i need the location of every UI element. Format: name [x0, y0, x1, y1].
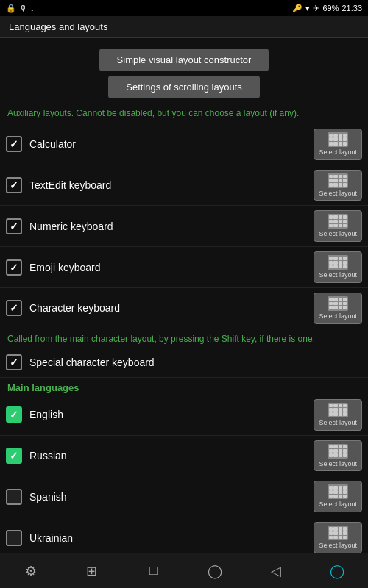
- item-label: Ukrainian: [29, 532, 73, 544]
- list-item-left: ✓Character keyboard: [6, 300, 314, 316]
- list-item: ✓EnglishSelect layout: [0, 395, 368, 436]
- keyboard-icon: [328, 403, 348, 417]
- signal-icon: ▾: [305, 4, 310, 13]
- status-left-icons: 🔒 🎙 ↓: [6, 4, 35, 13]
- settings-nav-button[interactable]: ⚙: [16, 556, 46, 586]
- select-layout-label: Select layout: [319, 190, 357, 198]
- keyboard-icon: [328, 526, 348, 540]
- keyboard-icon: [328, 214, 348, 229]
- item-label: Character keyboard: [29, 302, 120, 314]
- checkmark-icon: ✓: [10, 139, 18, 149]
- simple-visual-button[interactable]: Simple visual layout constructor: [99, 49, 269, 71]
- square-nav-button[interactable]: □: [138, 556, 168, 586]
- checkbox-checked-green[interactable]: ✓: [6, 406, 22, 423]
- select-layout-button[interactable]: Select layout: [314, 399, 362, 431]
- list-item-left: Ukrainian: [6, 530, 314, 546]
- list-item: SpanishSelect layout: [0, 476, 368, 517]
- list-item: UkrainianSelect layout: [0, 517, 368, 553]
- select-layout-button[interactable]: Select layout: [314, 522, 362, 553]
- back-nav-button[interactable]: ◁: [261, 556, 291, 586]
- battery-icon: 69%: [322, 4, 339, 12]
- checkbox-checked-green[interactable]: ✓: [6, 448, 22, 464]
- main-languages-header: Main languages: [0, 378, 368, 395]
- list-item: ✓RussianSelect layout: [0, 436, 368, 477]
- checkmark-icon: ✓: [10, 451, 18, 461]
- list-item: ✓TextEdit keyboardSelect layout: [0, 165, 368, 207]
- key-icon: 🔑: [292, 4, 302, 13]
- main-languages-list: ✓EnglishSelect layout✓RussianSelect layo…: [0, 395, 368, 553]
- checkbox-checked[interactable]: ✓: [6, 218, 22, 234]
- select-layout-button[interactable]: Select layout: [314, 293, 362, 324]
- item-label: English: [29, 409, 63, 420]
- list-item-left: ✓TextEdit keyboard: [6, 177, 314, 193]
- item-label: Numeric keyboard: [29, 220, 113, 232]
- status-bar: 🔒 🎙 ↓ 🔑 ▾ ✈ 69% 21:33: [0, 0, 368, 16]
- checkbox-checked[interactable]: ✓: [6, 300, 22, 316]
- item-label: Spanish: [29, 491, 67, 503]
- checkmark-icon: ✓: [10, 221, 18, 232]
- checkmark-icon: ✓: [10, 357, 18, 368]
- select-layout-button[interactable]: Select layout: [314, 129, 362, 160]
- item-label: Emoji keyboard: [29, 262, 101, 273]
- select-layout-button[interactable]: Select layout: [314, 251, 362, 283]
- list-item: ✓Numeric keyboardSelect layout: [0, 206, 368, 247]
- assistant-nav-button[interactable]: ◯: [322, 556, 352, 586]
- select-layout-button[interactable]: Select layout: [314, 170, 362, 201]
- auxiliary-notice: Auxiliary layouts. Cannot be disabled, b…: [0, 103, 368, 124]
- select-layout-button[interactable]: Select layout: [314, 210, 362, 242]
- arrow-icon: ↓: [30, 4, 35, 12]
- circle-nav-button[interactable]: ◯: [200, 556, 230, 586]
- keyboard-icon: [328, 132, 348, 147]
- list-item-left: ✓English: [6, 406, 314, 423]
- list-item-left: ✓Numeric keyboard: [6, 218, 314, 234]
- bottom-nav: ⚙ ⊞ □ ◯ ◁ ◯: [0, 553, 368, 588]
- list-item: ✓CalculatorSelect layout: [0, 124, 368, 165]
- status-right-icons: 🔑 ▾ ✈ 69% 21:33: [292, 4, 362, 13]
- list-item: ✓Emoji keyboardSelect layout: [0, 247, 368, 288]
- page-title: Languages and layouts: [9, 21, 107, 32]
- item-label: Russian: [29, 450, 67, 462]
- keyboard-icon: [328, 444, 348, 459]
- select-layout-label: Select layout: [319, 542, 357, 550]
- list-item-left: Spanish: [6, 489, 314, 505]
- special-layouts-list: ✓Special character keyboard: [0, 348, 368, 378]
- checkmark-icon: ✓: [10, 409, 18, 420]
- scrolling-settings-btn-row: Settings of scrolling layouts: [0, 76, 368, 98]
- item-label: TextEdit keyboard: [29, 179, 111, 191]
- select-layout-label: Select layout: [319, 312, 357, 320]
- list-item: ✓Special character keyboard: [0, 348, 368, 378]
- select-layout-label: Select layout: [319, 501, 357, 509]
- camera-icon: 🎙: [19, 4, 27, 12]
- checkbox-checked[interactable]: ✓: [6, 354, 22, 370]
- list-item: ✓Character keyboardSelect layout: [0, 288, 368, 329]
- keyboard-icon: [328, 296, 348, 311]
- select-layout-label: Select layout: [319, 271, 357, 279]
- checkbox-unchecked[interactable]: [6, 530, 22, 546]
- item-label: Calculator: [29, 138, 76, 150]
- title-bar: Languages and layouts: [0, 16, 368, 38]
- time-display: 21:33: [342, 4, 362, 12]
- checkbox-checked[interactable]: ✓: [6, 259, 22, 276]
- select-layout-button[interactable]: Select layout: [314, 440, 362, 472]
- list-item-left: ✓Emoji keyboard: [6, 259, 314, 276]
- list-item-left: ✓Calculator: [6, 136, 314, 152]
- checkbox-checked[interactable]: ✓: [6, 177, 22, 193]
- settings-scrolling-button[interactable]: Settings of scrolling layouts: [108, 76, 260, 98]
- select-layout-label: Select layout: [319, 148, 357, 157]
- called-from-notice: Called from the main character layout, b…: [0, 329, 368, 348]
- airplane-icon: ✈: [313, 4, 319, 13]
- checkmark-icon: ✓: [10, 262, 18, 273]
- main-content: Simple visual layout constructor Setting…: [0, 38, 368, 553]
- select-layout-button[interactable]: Select layout: [314, 481, 362, 512]
- select-layout-label: Select layout: [319, 419, 357, 427]
- keyboard-icon: [328, 255, 348, 270]
- checkbox-checked[interactable]: ✓: [6, 136, 22, 152]
- simple-visual-btn-row: Simple visual layout constructor: [0, 49, 368, 71]
- checkbox-unchecked[interactable]: [6, 489, 22, 505]
- checkmark-icon: ✓: [10, 180, 18, 190]
- list-item-left: ✓Russian: [6, 448, 314, 464]
- layout-nav-button[interactable]: ⊞: [77, 556, 107, 586]
- checkmark-icon: ✓: [10, 303, 18, 313]
- list-item-left: ✓Special character keyboard: [6, 354, 362, 370]
- lock-icon: 🔒: [6, 4, 16, 13]
